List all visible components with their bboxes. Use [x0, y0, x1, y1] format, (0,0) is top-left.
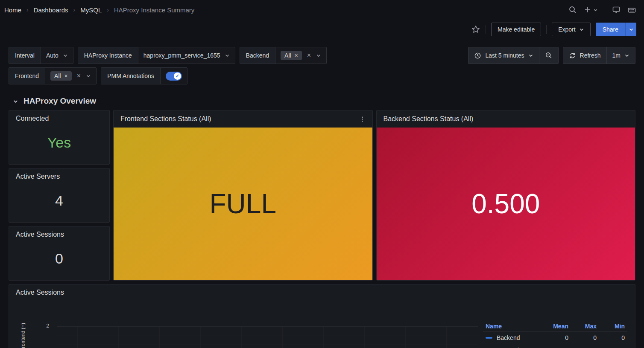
interval-value: Auto	[46, 52, 59, 59]
active-servers-value: 4	[9, 185, 109, 222]
panel-title[interactable]: Frontend Sections Status (All)	[120, 115, 211, 123]
connected-panel: Connected Yes	[9, 110, 110, 165]
chevron-down-icon	[13, 99, 18, 104]
chevron-down-icon	[316, 53, 321, 58]
chevron-down-icon	[63, 53, 68, 58]
legend-header-min[interactable]: Min	[599, 321, 627, 332]
pmm-annotations-toggle[interactable]: ✓	[166, 72, 182, 81]
frontend-status-value: FULL	[114, 128, 372, 280]
panel-menu-kebab-icon[interactable]	[359, 116, 366, 122]
zoom-out-time-button[interactable]	[539, 47, 558, 64]
breadcrumb-mysql[interactable]: MySQL	[80, 6, 102, 14]
haproxy-instance-select[interactable]: haproxy_pmm_service_1655	[138, 47, 235, 64]
chevron-down-icon	[225, 53, 230, 58]
haproxy-instance-label: HAProxy Instance	[78, 47, 138, 64]
pmm-annotations-control: PMM Annotations ✓	[101, 67, 187, 84]
dashboard-grid: Connected Yes Active Servers 4 Active Se…	[0, 110, 644, 348]
breadcrumb: Home › Dashboards › MySQL › HAProxy Inst…	[4, 6, 194, 14]
time-series-plot-area[interactable]	[57, 326, 478, 348]
backend-chip-remove-icon[interactable]: ×	[295, 52, 298, 59]
backend-clear-icon[interactable]: ×	[306, 52, 312, 59]
breadcrumb-separator: ›	[26, 6, 29, 13]
panel-title[interactable]: Connected	[9, 110, 109, 127]
legend-header-max[interactable]: Max	[571, 321, 599, 332]
search-icon[interactable]	[568, 6, 577, 14]
series-name: Backend	[497, 334, 520, 341]
legend-mean-value: 0	[543, 332, 571, 344]
y-axis-tick: 2	[36, 323, 49, 329]
backend-label: Backend	[240, 47, 275, 64]
active-sessions-stat-panel: Active Sessions 0	[9, 226, 110, 281]
dashboard-filters: Interval Auto HAProxy Instance haproxy_p…	[0, 39, 644, 84]
breadcrumb-current-page: HAProxy Instance Summary	[114, 6, 194, 14]
active-sessions-chart-panel: Active Sessions Frontend (+) 2 1 Name Me…	[9, 284, 635, 348]
interval-label: Interval	[9, 47, 41, 64]
kiosk-mode-icon[interactable]	[612, 6, 621, 14]
panel-title[interactable]: Active Servers	[9, 168, 109, 185]
top-nav-bar: Home › Dashboards › MySQL › HAProxy Inst…	[0, 0, 644, 20]
legend-max-value: 1	[571, 344, 599, 348]
haproxy-overview-section-toggle[interactable]: HAProxy Overview	[0, 88, 644, 110]
legend-min-value: 1	[599, 344, 627, 348]
chevron-down-icon	[579, 27, 584, 32]
breadcrumb-separator: ›	[107, 6, 109, 13]
backend-sections-status-panel: Backend Sections Status (All) 0.500	[376, 110, 636, 281]
chevron-down-icon	[86, 73, 91, 78]
haproxy-instance-value: haproxy_pmm_service_1655	[143, 52, 220, 59]
y-axis-label: Frontend (+)	[20, 323, 26, 348]
backend-variable: Backend All × ×	[240, 47, 327, 64]
chevron-down-icon	[593, 8, 598, 12]
nav-divider	[605, 5, 605, 14]
share-button[interactable]: Share	[596, 23, 625, 36]
refresh-group: Refresh 1m	[563, 47, 635, 64]
pmm-annotations-label: PMM Annotations	[101, 68, 161, 84]
chart-legend-table: Name Mean Max Min B	[483, 321, 627, 348]
share-button-group: Share	[596, 23, 636, 36]
refresh-interval-select[interactable]: 1m	[606, 47, 635, 64]
export-label: Export	[558, 26, 575, 33]
backend-chip-all[interactable]: All ×	[281, 51, 302, 60]
interval-variable: Interval Auto	[9, 47, 73, 64]
refresh-label: Refresh	[580, 52, 601, 59]
legend-header-name[interactable]: Name	[483, 321, 543, 332]
panel-title[interactable]: Backend Sections Status (All)	[383, 115, 474, 123]
frontend-chip-label: All	[54, 72, 61, 79]
legend-header-mean[interactable]: Mean	[543, 321, 571, 332]
interval-select[interactable]: Auto	[41, 47, 73, 64]
frontend-chip-remove-icon[interactable]: ×	[64, 72, 68, 79]
connected-value: Yes	[9, 127, 109, 164]
export-button[interactable]: Export	[552, 23, 590, 36]
frontend-select[interactable]: All × ×	[45, 68, 96, 84]
clock-icon	[474, 52, 481, 59]
toggle-check-icon: ✓	[174, 72, 181, 80]
frontend-sections-status-panel: Frontend Sections Status (All) FULL	[113, 110, 373, 281]
make-editable-label: Make editable	[498, 26, 535, 33]
panel-title[interactable]: Active Sessions	[9, 226, 109, 243]
legend-series-backend[interactable]: Backend	[486, 334, 540, 341]
series-color-swatch	[486, 337, 492, 339]
refresh-button[interactable]: Refresh	[563, 47, 606, 64]
frontend-clear-icon[interactable]: ×	[76, 72, 82, 80]
breadcrumb-dashboards[interactable]: Dashboards	[34, 6, 68, 14]
backend-select[interactable]: All × ×	[275, 47, 326, 64]
frontend-chip-all[interactable]: All ×	[50, 71, 72, 81]
refresh-icon	[569, 52, 576, 59]
panel-title[interactable]: Active Sessions	[9, 284, 635, 301]
time-range-picker[interactable]: Last 5 minutes	[468, 47, 539, 64]
toolbar-divider	[486, 25, 486, 34]
chevron-down-icon	[629, 27, 634, 32]
breadcrumb-separator: ›	[73, 6, 76, 13]
toolbar-divider	[546, 25, 547, 34]
legend-mean-value: 1	[543, 344, 571, 348]
share-menu-caret[interactable]	[625, 23, 636, 36]
star-favorite-icon[interactable]	[471, 25, 480, 34]
breadcrumb-home[interactable]: Home	[4, 6, 21, 14]
dashboard-toolbar: Make editable Export Share	[0, 20, 644, 39]
section-title: HAProxy Overview	[23, 96, 96, 106]
legend-min-value: 0	[599, 332, 627, 344]
keyboard-shortcuts-icon[interactable]	[627, 6, 636, 14]
legend-row-fronend: Fronend 1 1 1	[483, 344, 627, 348]
make-editable-button[interactable]: Make editable	[491, 23, 541, 36]
add-new-icon[interactable]	[584, 6, 598, 14]
zoom-out-icon	[545, 52, 553, 59]
